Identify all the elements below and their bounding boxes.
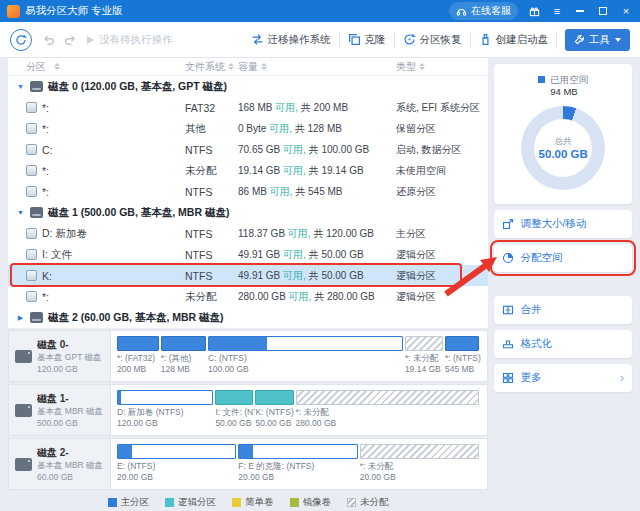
legend-mirror: 镜像卷 (290, 496, 332, 509)
column-filesystem[interactable]: 文件系统 (185, 60, 238, 74)
type-cell: 逻辑分区 (396, 248, 488, 262)
partition-icon (26, 102, 37, 113)
partition-label: K: (42, 270, 52, 282)
type-cell: 启动, 数据分区 (396, 143, 488, 157)
type-cell: 保留分区 (396, 122, 488, 136)
partition-segment[interactable] (117, 336, 159, 351)
legend-swatch-simple (232, 498, 241, 507)
disk-group-row-disk2[interactable]: ▶ 磁盘 2 (60.00 GB, 基本盘, MBR 磁盘) (8, 307, 488, 328)
fs-cell: NTFS (185, 144, 238, 156)
partition-segment[interactable] (215, 390, 253, 405)
online-support-button[interactable]: 在线客服 (449, 2, 518, 20)
create-boot-disk-button[interactable]: 创建启动盘 (479, 33, 549, 47)
legend-simple: 简单卷 (232, 496, 274, 509)
partition-segment[interactable] (208, 336, 403, 351)
resize-move-icon (502, 218, 514, 230)
disk-kind: 基本盘 MBR 磁盘 (37, 406, 103, 418)
disk-name: 磁盘 2- (37, 446, 103, 460)
partition-label: D: 新加卷 (42, 227, 87, 241)
disk-group-row-disk1[interactable]: ▼ 磁盘 1 (500.00 GB, 基本盘, MBR 磁盘) (8, 202, 488, 223)
migrate-os-button[interactable]: 迁移操作系统 (251, 33, 331, 47)
capacity-cell: 118.37 GB 可用, 共 120.00 GB (238, 227, 396, 241)
table-row[interactable]: *: 未分配 19.14 GB 可用, 共 19.14 GB 未使用空间 (8, 160, 488, 181)
resize-move-button[interactable]: 调整大小/移动 (494, 210, 632, 238)
table-row[interactable]: C: NTFS 70.65 GB 可用, 共 100.00 GB 启动, 数据分… (8, 139, 488, 160)
collapse-icon[interactable]: ▼ (16, 83, 25, 90)
table-row[interactable]: I: 文件 NTFS 49.91 GB 可用, 共 50.00 GB 逻辑分区 (8, 244, 488, 265)
unallocated-segment[interactable] (296, 390, 480, 405)
partition-label: *: (42, 291, 49, 303)
table-row[interactable]: *: NTFS 86 MB 可用, 共 545 MB 还原分区 (8, 181, 488, 202)
usage-donut-chart: 总共 50.00 GB (521, 106, 605, 190)
legend-swatch-primary (108, 498, 117, 507)
type-cell: 主分区 (396, 227, 488, 241)
refresh-button[interactable] (10, 29, 32, 51)
expand-icon[interactable]: ▶ (16, 314, 25, 322)
disk-group-row-disk0[interactable]: ▼ 磁盘 0 (120.00 GB, 基本盘, GPT 磁盘) (8, 76, 488, 97)
disk-map-label[interactable]: 磁盘 1- 基本盘 MBR 磁盘 500.00 GB (9, 385, 111, 435)
minimize-button[interactable] (573, 4, 587, 18)
more-button[interactable]: 更多 › (494, 364, 632, 392)
partition-label: *: (42, 186, 49, 198)
clone-button[interactable]: 克隆 (348, 33, 386, 47)
used-space-value: 94 MB (550, 86, 588, 98)
table-row[interactable]: *: FAT32 168 MB 可用, 共 200 MB 系统, EFI 系统分… (8, 97, 488, 118)
redo-button[interactable] (64, 33, 78, 47)
unallocated-segment[interactable] (405, 336, 443, 351)
toolbar-separator (339, 32, 340, 48)
fs-cell: NTFS (185, 186, 238, 198)
undo-button[interactable] (41, 33, 55, 47)
column-capacity[interactable]: 容量 (238, 60, 396, 74)
table-header: 分区 文件系统 容量 类型 (8, 58, 488, 76)
redo-icon (64, 33, 78, 47)
partition-label: C: (42, 144, 53, 156)
partition-segment[interactable] (161, 336, 206, 351)
column-partition[interactable]: 分区 (8, 60, 185, 74)
toolbar-separator (556, 32, 557, 48)
partition-label: *: (42, 123, 49, 135)
sort-icon (54, 63, 60, 70)
type-cell: 还原分区 (396, 185, 488, 199)
partition-table: 分区 文件系统 容量 类型 ▼ 磁盘 0 (120.00 GB, 基本盘, GP… (8, 58, 488, 328)
table-row[interactable]: *: 其他 0 Byte 可用, 共 128 MB 保留分区 (8, 118, 488, 139)
tools-button[interactable]: 工具 (565, 29, 630, 51)
pie-chart-icon (502, 252, 514, 264)
headset-icon (456, 6, 467, 17)
app-logo-icon (7, 5, 20, 18)
fs-cell: NTFS (185, 270, 238, 282)
partition-segment[interactable] (117, 444, 236, 459)
refresh-icon (15, 34, 27, 46)
disk-map: 磁盘 0- 基本盘 GPT 磁盘 120.00 GB *: (FAT32)200… (8, 330, 488, 490)
disk-map-label[interactable]: 磁盘 2- 基本盘 MBR 磁盘 60.00 GB (9, 439, 111, 489)
table-row-selected[interactable]: K: NTFS 49.91 GB 可用, 共 50.00 GB 逻辑分区 (8, 265, 488, 286)
table-row[interactable]: *: 未分配 280.00 GB 可用, 共 280.00 GB 逻辑分区 (8, 286, 488, 307)
toolbar-separator (394, 32, 395, 48)
capacity-cell: 0 Byte 可用, 共 128 MB (238, 122, 396, 136)
pending-operations-button[interactable]: 没有待执行操作 (87, 33, 173, 47)
menu-icon[interactable]: ≡ (550, 4, 564, 18)
right-panel: 已用空间 94 MB 总共 50.00 GB 调整大小/移动 (494, 58, 632, 392)
partition-label: *: (42, 102, 49, 114)
merge-button[interactable]: 合并 (494, 296, 632, 324)
chevron-down-icon (615, 38, 621, 42)
type-cell: 未使用空间 (396, 164, 488, 178)
more-label: 更多 (520, 371, 541, 385)
partition-segment-selected[interactable] (255, 390, 293, 405)
maximize-button[interactable] (596, 4, 610, 18)
partition-segment[interactable] (117, 390, 213, 405)
partition-recovery-button[interactable]: 分区恢复 (403, 33, 462, 47)
unallocated-segment[interactable] (360, 444, 480, 459)
gift-icon[interactable] (527, 4, 541, 18)
disk0-header: 磁盘 0 (120.00 GB, 基本盘, GPT 磁盘) (48, 80, 227, 94)
table-row[interactable]: D: 新加卷 NTFS 118.37 GB 可用, 共 120.00 GB 主分… (8, 223, 488, 244)
allocate-space-button[interactable]: 分配空间 (494, 244, 632, 272)
column-type[interactable]: 类型 (396, 60, 488, 74)
close-button[interactable]: × (619, 4, 633, 18)
format-button[interactable]: 格式化 (494, 330, 632, 358)
partition-segment[interactable] (445, 336, 479, 351)
fs-cell: 未分配 (185, 290, 238, 304)
capacity-cell: 70.65 GB 可用, 共 100.00 GB (238, 143, 396, 157)
collapse-icon[interactable]: ▼ (16, 209, 25, 216)
partition-segment[interactable] (238, 444, 357, 459)
disk-map-label[interactable]: 磁盘 0- 基本盘 GPT 磁盘 120.00 GB (9, 331, 111, 381)
